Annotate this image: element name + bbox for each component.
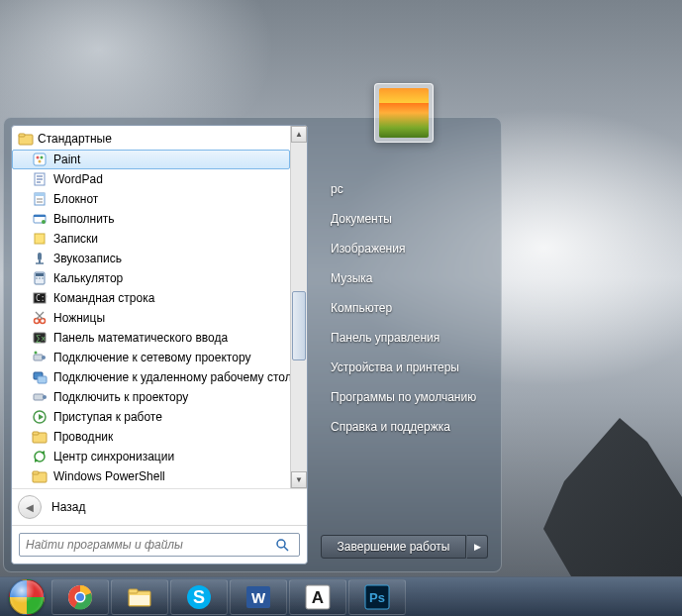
program-item[interactable]: Выполнить [12,209,290,229]
program-item[interactable]: Приступая к работе [12,407,290,427]
taskbar-chrome-button[interactable] [51,579,109,615]
search-box[interactable] [19,533,300,557]
program-item[interactable]: Windows PowerShell [12,466,290,486]
search-input[interactable] [20,538,275,552]
folder-header-accessories[interactable]: Стандартные [12,128,290,150]
taskbar-explorer-button[interactable] [111,579,168,615]
skype-icon: S [185,583,213,611]
program-item[interactable]: Проводник [12,427,290,447]
svg-point-4 [41,156,44,159]
folder-icon [32,468,48,484]
right-menu-item[interactable]: Программы по умолчанию [321,382,488,412]
start-menu: Стандартные PaintWordPadБлокнотВыполнить… [3,117,502,572]
cmd-icon: C:\ [32,290,48,306]
svg-rect-11 [35,193,45,196]
svg-point-37 [35,352,38,355]
svg-point-36 [42,356,46,359]
svg-rect-45 [33,432,39,435]
shutdown-row: Завершение работы ▶ [321,535,488,559]
svg-point-30 [41,319,46,324]
program-label: Калькулятор [53,271,123,285]
right-menu-item[interactable]: Устройства и принтеры [321,353,488,382]
sticky-icon [32,231,48,247]
autocad-icon: A [304,583,332,611]
right-menu-item[interactable]: Компьютер [321,293,488,323]
scroll-thumb[interactable] [292,291,306,360]
back-arrow-icon: ◄ [18,495,42,519]
run-icon [32,211,48,227]
netproj-icon [32,350,48,365]
svg-text:S: S [193,587,205,607]
taskbar-skype-button[interactable]: S [170,579,228,615]
svg-text:Ps: Ps [369,590,385,605]
right-menu-item[interactable]: Панель управления [321,323,488,353]
right-menu-item[interactable]: Документы [321,204,488,234]
scroll-down-button[interactable]: ▼ [291,471,307,488]
user-picture-frame[interactable] [374,83,434,143]
back-label: Назад [51,500,85,514]
user-picture-icon [379,88,429,138]
program-label: Проводник [53,430,113,444]
notepad-icon [32,191,48,207]
shutdown-button[interactable]: Завершение работы [321,535,466,559]
svg-line-56 [284,547,288,551]
welcome-icon [32,409,48,425]
program-label: Подключение к удаленному рабочему стол [53,370,290,384]
right-menu-item[interactable]: Музыка [321,263,488,293]
taskbar: SWAPs [0,576,682,616]
program-label: Paint [53,153,80,166]
program-item[interactable]: Блокнот [12,189,290,209]
sync-icon [32,449,48,464]
svg-rect-1 [19,134,25,137]
svg-point-5 [39,160,42,163]
right-menu-item[interactable]: Справка и поддержка [321,412,488,442]
back-row[interactable]: ◄ Назад [12,488,307,525]
start-button[interactable] [4,579,49,615]
svg-point-16 [42,220,46,224]
svg-text:A: A [312,588,324,607]
program-item[interactable]: Калькулятор [12,268,290,288]
svg-rect-40 [34,394,44,400]
program-label: Центр синхронизации [53,450,174,463]
program-item[interactable]: Подключить к проектору [12,387,290,407]
program-label: Приступая к работе [53,410,162,424]
svg-point-60 [76,593,84,601]
explorer-icon [32,429,48,445]
svg-rect-35 [34,355,43,360]
svg-rect-62 [129,589,138,593]
svg-point-3 [37,156,40,159]
program-item[interactable]: ∑xПанель математического ввода [12,328,290,348]
program-item[interactable]: Ножницы [12,308,290,328]
taskbar-photoshop-button[interactable]: Ps [348,579,406,615]
svg-rect-50 [33,471,39,474]
program-item[interactable]: Звукозапись [12,249,290,268]
svg-marker-43 [39,414,44,420]
svg-text:W: W [251,589,266,606]
shutdown-label: Завершение работы [338,540,450,554]
right-menu-item[interactable]: pc [321,174,488,204]
program-label: Выполнить [53,212,115,226]
programs-list: Стандартные PaintWordPadБлокнотВыполнить… [12,126,290,488]
program-item[interactable]: WordPad [12,169,290,189]
svg-rect-39 [38,376,47,383]
scrollbar[interactable]: ▲ ▼ [290,126,307,488]
svg-rect-19 [38,253,42,260]
program-item[interactable]: Подключение к удаленному рабочему стол [12,367,290,387]
shutdown-options-button[interactable]: ▶ [466,535,488,559]
right-menu-item[interactable]: Изображения [321,234,488,263]
scroll-track[interactable] [291,143,307,471]
program-item[interactable]: Записки [12,229,290,249]
explorer-icon [126,583,153,611]
windows-logo-icon [9,579,45,615]
scroll-up-button[interactable]: ▲ [291,126,307,143]
svg-rect-23 [36,273,44,276]
program-label: Подключение к сетевому проектору [53,351,250,364]
program-item[interactable]: Центр синхронизации [12,447,290,466]
taskbar-autocad-button[interactable]: A [289,579,346,615]
taskbar-word-button[interactable]: W [230,579,287,615]
start-menu-right-panel: pcДокументыИзображенияМузыкаКомпьютерПан… [315,125,494,565]
program-item[interactable]: Paint [12,150,290,169]
program-item[interactable]: C:\Командная строка [12,288,290,308]
folder-header-label: Стандартные [38,132,112,146]
program-item[interactable]: Подключение к сетевому проектору [12,348,290,367]
